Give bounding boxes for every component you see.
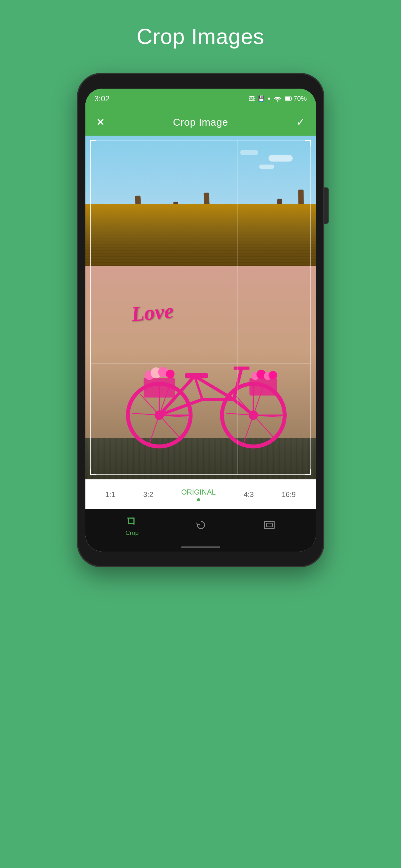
svg-rect-40 [265, 521, 274, 529]
status-time: 3:02 [94, 94, 110, 103]
crop-tool[interactable]: Crop [116, 513, 147, 539]
ratio-bar: 1:1 3:2 ORIGINAL 4:3 16:9 [85, 479, 316, 509]
ratio-4-3[interactable]: 4:3 [239, 488, 259, 501]
app-toolbar: ✕ Crop Image ✓ [85, 108, 316, 135]
ratio-3-2[interactable]: 3:2 [139, 488, 158, 501]
aspect-tool[interactable] [254, 516, 285, 536]
grid-vertical-2 [237, 141, 237, 474]
crop-icon [126, 516, 138, 528]
battery-percent: 70% [293, 95, 307, 102]
svg-rect-3 [291, 98, 292, 99]
crop-tool-label: Crop [125, 530, 139, 536]
crop-grid [91, 141, 311, 474]
phone-device: 3:02 🖼 💾 • [77, 73, 324, 567]
ratio-original[interactable]: ORIGINAL [176, 486, 221, 504]
svg-rect-41 [266, 523, 273, 527]
aspect-icon [263, 519, 276, 531]
ratio-3-2-label: 3:2 [143, 490, 153, 499]
grid-vertical-1 [164, 141, 164, 474]
ratio-16-9[interactable]: 16:9 [277, 488, 301, 501]
ratio-original-label: ORIGINAL [181, 488, 216, 496]
home-bar [181, 547, 220, 548]
sim-status-icon: 💾 [258, 95, 265, 102]
wifi-icon [274, 96, 282, 101]
bottom-toolbar: Crop [85, 509, 316, 542]
battery-icon: 70% [285, 95, 307, 102]
grid-horizontal-1 [91, 252, 311, 252]
svg-rect-2 [285, 97, 290, 100]
ratio-1-1[interactable]: 1:1 [101, 488, 120, 501]
corner-handle-tr[interactable] [305, 140, 311, 146]
corner-handle-bl[interactable] [90, 469, 96, 475]
crop-container[interactable]: Love [85, 135, 316, 479]
ratio-1-1-label: 1:1 [105, 490, 115, 499]
phone-notch [185, 80, 216, 84]
toolbar-title: Crop Image [173, 116, 228, 128]
phone-screen: 3:02 🖼 💾 • [85, 89, 316, 552]
rotate-tool[interactable] [186, 516, 216, 536]
dot-status: • [268, 96, 271, 101]
page-title: Crop Images [137, 24, 264, 49]
ratio-16-9-label: 16:9 [282, 490, 296, 499]
ratio-active-indicator [197, 498, 200, 501]
grid-horizontal-2 [91, 363, 311, 364]
ratio-4-3-label: 4:3 [244, 490, 254, 499]
svg-rect-37 [128, 518, 134, 524]
home-indicator [85, 542, 316, 552]
status-icons: 🖼 💾 • 70% [249, 95, 307, 102]
crop-overlay[interactable] [90, 140, 311, 475]
close-button[interactable]: ✕ [96, 116, 105, 128]
corner-handle-tl[interactable] [90, 140, 96, 146]
rotate-icon [195, 519, 207, 531]
status-bar: 3:02 🖼 💾 • [85, 89, 316, 108]
gallery-status-icon: 🖼 [249, 95, 255, 102]
svg-point-0 [277, 100, 278, 101]
corner-handle-br[interactable] [305, 469, 311, 475]
confirm-button[interactable]: ✓ [296, 116, 305, 128]
